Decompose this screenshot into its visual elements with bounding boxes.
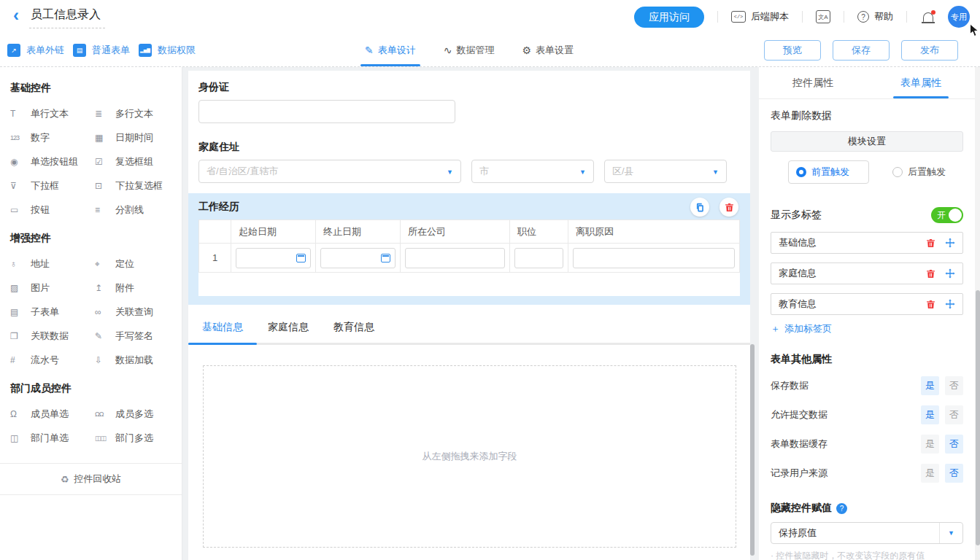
- leave-reason-input[interactable]: [573, 248, 735, 268]
- pre-trigger-radio[interactable]: 前置触发: [788, 160, 869, 184]
- sidebar-control-data-load[interactable]: ⇩数据加载: [95, 353, 182, 368]
- form-external-link-button[interactable]: ↗ 表单外链: [7, 44, 64, 57]
- no-option[interactable]: 否: [945, 405, 963, 424]
- delete-tab-button[interactable]: [926, 269, 935, 279]
- member-single-icon: Ω: [10, 409, 25, 419]
- save-button[interactable]: 保存: [833, 40, 890, 61]
- province-select[interactable]: 省/自治区/直辖市 ▼: [198, 160, 461, 183]
- sidebar-control-checkbox-group[interactable]: ☑复选框组: [95, 155, 182, 169]
- help-tooltip-icon[interactable]: ?: [836, 503, 847, 514]
- add-tab-link[interactable]: ＋ 添加标签页: [771, 322, 963, 335]
- column-header[interactable]: 起始日期: [231, 220, 316, 244]
- page-title[interactable]: 员工信息录入: [29, 6, 105, 28]
- sidebar-control-serial-number[interactable]: #流水号: [10, 353, 95, 368]
- no-option[interactable]: 否: [945, 464, 963, 483]
- district-select[interactable]: 区/县 ▼: [604, 160, 727, 183]
- sidebar-control-member-multi[interactable]: ΩΩ成员多选: [95, 407, 182, 421]
- lookup-icon: ∞: [95, 307, 109, 317]
- tab-data-management[interactable]: ∿ 数据管理: [444, 43, 495, 58]
- sidebar-control-location[interactable]: ⌖定位: [95, 257, 182, 271]
- control-recycle-bin-button[interactable]: ♻ 控件回收站: [0, 463, 182, 495]
- sidebar-control-divider[interactable]: ≡分割线: [95, 203, 182, 217]
- window-scrollbar[interactable]: [975, 67, 980, 560]
- sidebar-control-select[interactable]: ⊽下拉框: [10, 179, 95, 193]
- section-enhanced-controls: 增强控件: [10, 232, 182, 245]
- yes-option[interactable]: 是: [921, 405, 939, 424]
- form-tab-family-info[interactable]: 家庭信息: [268, 321, 309, 335]
- app-header: ‹ 员工信息录入 应用访问 </> 后端脚本 文A ? 帮助 专用: [0, 0, 980, 34]
- post-trigger-radio[interactable]: 后置触发: [892, 160, 946, 184]
- column-header[interactable]: 所在公司: [401, 220, 510, 244]
- delete-tab-button[interactable]: [926, 300, 935, 309]
- sidebar-control-multi-select[interactable]: ⊡下拉复选框: [95, 179, 182, 193]
- sidebar-control-image[interactable]: ▨图片: [10, 281, 95, 295]
- sidebar-control-lookup[interactable]: ∞关联查询: [95, 305, 182, 319]
- publish-button[interactable]: 发布: [901, 40, 958, 61]
- tab-control-properties[interactable]: 控件属性: [759, 67, 867, 98]
- drag-drop-zone[interactable]: 从左侧拖拽来添加字段: [203, 365, 736, 548]
- sidebar-control-multi-text[interactable]: ≣多行文本: [95, 106, 182, 121]
- avatar[interactable]: 专用: [948, 6, 970, 28]
- tab-item-row[interactable]: 家庭信息: [771, 262, 963, 284]
- sidebar-control-datetime[interactable]: ▦日期时间: [95, 131, 182, 145]
- form-canvas-card: 身份证 家庭住址 省/自治区/直辖市 ▼ 市 ▼ 区/县 ▼ 工作经历: [188, 71, 750, 560]
- sidebar-control-address[interactable]: ♁地址: [10, 257, 95, 271]
- notification-bell-icon[interactable]: [923, 12, 933, 22]
- sidebar-control-number[interactable]: 123数字: [10, 131, 95, 145]
- sidebar-control-button[interactable]: ▭按钮: [10, 203, 95, 217]
- column-header[interactable]: 职位: [510, 220, 568, 244]
- translate-icon[interactable]: 文A: [816, 10, 830, 23]
- normal-form-button[interactable]: ▤ 普通表单: [73, 44, 130, 57]
- id-card-input[interactable]: [198, 100, 455, 123]
- copy-button[interactable]: [690, 198, 709, 217]
- sidebar-control-linked-data[interactable]: ❐关联数据: [10, 329, 95, 343]
- sidebar-control-single-text[interactable]: T单行文本: [10, 106, 95, 121]
- move-tab-handle[interactable]: [945, 268, 955, 279]
- tab-item-row[interactable]: 基础信息: [771, 232, 963, 254]
- delete-tab-button[interactable]: [926, 238, 935, 248]
- move-tab-handle[interactable]: [945, 299, 955, 309]
- data-permission-button[interactable]: ▂▅▇ 数据权限: [139, 44, 196, 57]
- data-chart-icon: ∿: [444, 44, 452, 56]
- form-tab-basic-info[interactable]: 基础信息: [202, 321, 243, 335]
- tab-form-settings[interactable]: ⚙ 表单设置: [522, 43, 574, 58]
- no-option[interactable]: 否: [945, 435, 963, 454]
- data-permission-label: 数据权限: [158, 44, 196, 57]
- select-icon: ⊽: [10, 181, 25, 191]
- city-select[interactable]: 市 ▼: [471, 160, 594, 183]
- help-button[interactable]: ? 帮助: [857, 10, 893, 23]
- column-header[interactable]: 终止日期: [316, 220, 401, 244]
- sidebar-control-dept-single[interactable]: ◫部门单选: [10, 431, 95, 446]
- sidebar-control-dept-multi[interactable]: ◫◫部门多选: [95, 431, 182, 446]
- scrollbar-thumb[interactable]: [976, 290, 980, 545]
- no-option[interactable]: 否: [945, 376, 963, 395]
- form-tab-education-info[interactable]: 教育信息: [333, 321, 374, 335]
- tab-form-design[interactable]: ✎ 表单设计: [365, 43, 416, 58]
- delete-subform-button[interactable]: [719, 198, 738, 217]
- tab-item-label: 基础信息: [779, 236, 917, 249]
- module-settings-button[interactable]: 模块设置: [771, 131, 963, 152]
- sidebar-control-member-single[interactable]: Ω成员单选: [10, 407, 95, 421]
- multi-tab-toggle-on[interactable]: 开: [931, 207, 963, 223]
- move-icon: [945, 299, 955, 309]
- back-icon[interactable]: ‹: [13, 8, 19, 23]
- work-history-subform-selected[interactable]: 工作经历 起始日期 终止日期 所在公司 职位 离职原因: [188, 193, 750, 305]
- move-tab-handle[interactable]: [945, 238, 955, 248]
- company-input[interactable]: [405, 248, 505, 268]
- tab-form-properties[interactable]: 表单属性: [867, 67, 975, 98]
- app-access-button[interactable]: 应用访问: [634, 7, 704, 28]
- sidebar-control-attachment[interactable]: ↥附件: [95, 281, 182, 295]
- yes-option[interactable]: 是: [921, 435, 939, 454]
- column-header[interactable]: 离职原因: [568, 220, 740, 244]
- canvas-scrollbar[interactable]: [750, 344, 755, 556]
- position-input[interactable]: [514, 248, 563, 268]
- hidden-value-select[interactable]: 保持原值 ▼: [771, 522, 963, 544]
- backend-script-button[interactable]: </> 后端脚本: [731, 10, 789, 23]
- preview-button[interactable]: 预览: [764, 40, 821, 61]
- sidebar-control-subform[interactable]: ▤子表单: [10, 305, 95, 319]
- tab-item-row[interactable]: 教育信息: [771, 293, 963, 315]
- yes-option[interactable]: 是: [921, 376, 939, 395]
- sidebar-control-signature[interactable]: ✎手写签名: [95, 329, 182, 343]
- yes-option[interactable]: 是: [921, 464, 939, 483]
- sidebar-control-radio-group[interactable]: ◉单选按钮组: [10, 155, 95, 169]
